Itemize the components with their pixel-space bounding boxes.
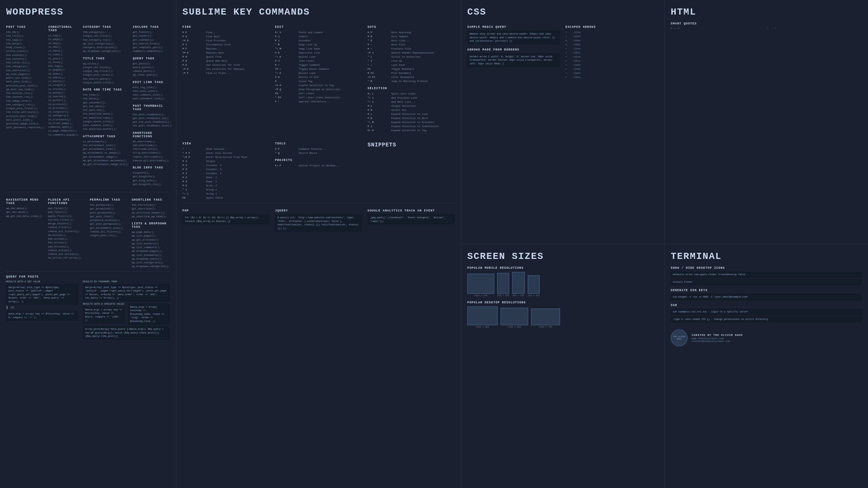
edit-link-tags-list: edit_tag_link();edit_post_link();edit_co… — [133, 86, 173, 101]
kbd-row: ⌃ 1Group 1 — [182, 188, 270, 192]
kbd-keys: ⌘ / — [275, 63, 299, 67]
kbd-row: ⌃ QRecord Macro — [275, 151, 362, 155]
arrow-unicode: \25b6 — [573, 71, 581, 75]
list-item: wp_post_nav_link(); — [6, 88, 44, 92]
goto-section: GOTO ⌘ PGoto Anything⌘ RGoto Symbol⌃ GGo… — [368, 25, 455, 83]
php-code: for ($i = 0; $i <= 10; $i++) {} $my_arra… — [182, 214, 270, 225]
lists-dropdown-section: LISTS & DROPDOWN TAGS wp_page_menu();wp_… — [132, 222, 170, 269]
css-title: CSS — [467, 7, 658, 17]
kbd-label: Unindent — [299, 39, 311, 43]
wordpress-panel: WORDPRESS POST TAGS the_ID();the_title()… — [0, 0, 176, 488]
shortcode-heading: SHORTCODE FUNCTIONS — [133, 131, 173, 138]
screen-visual-1024 — [467, 273, 494, 294]
kbd-row: ⇧⌘ EUse Selection for Replace — [182, 67, 270, 71]
goto-col: GOTO ⌘ PGoto Anything⌘ RGoto Symbol⌃ GGo… — [368, 22, 455, 135]
kbd-keys: ⌃⇧⌘ F — [182, 155, 206, 159]
list-item: wp_title(); — [83, 62, 129, 66]
kbd-keys: ⌘ L — [368, 112, 391, 116]
list-item: remove_filter(); — [48, 226, 85, 229]
kbd-keys: ⌘⇧ L — [368, 92, 391, 96]
kbd-keys: ⌃ G — [368, 39, 391, 43]
list-item: the_ID(); — [6, 30, 44, 34]
blog-info-section: BLOG INFO TAGS bloginfo();get_bloginfo()… — [133, 166, 173, 186]
list-item: is_date(); — [48, 49, 79, 53]
kbd-label: Indent — [299, 35, 308, 39]
kbd-row: ⌘ DExpand Selection to Word — [368, 116, 455, 120]
list-item: rewind_posts(); — [133, 69, 173, 73]
mobile-res-heading: POPULAR MOBILE RESOLUTIONS — [467, 266, 658, 270]
kbd-label: Columns: 4 — [206, 171, 221, 176]
kbd-label: Spell Check — [206, 196, 223, 200]
query-tags-section: QUERY TAGS get_posts();query_posts();rew… — [133, 57, 173, 77]
kbd-keys: ⌘ F — [182, 47, 206, 51]
kbd-keys: ⌃ Q — [275, 151, 299, 155]
php-snippet: PHP for ($i = 0; $i <= 10; $i++) {} $my_… — [182, 206, 270, 232]
kbd-keys: F5 — [275, 92, 299, 96]
list-item: get_footer(); — [133, 30, 173, 34]
screen-1366: 1366 x 768 — [531, 308, 560, 328]
kbd-keys: ⌘ 1 — [182, 159, 206, 163]
screen-label-320-480: 320 x 480 — [528, 294, 540, 297]
list-item: previous_image_link(); — [6, 122, 44, 126]
kbd-label: Goto Symbol — [391, 35, 408, 39]
list-item: the_content(); — [6, 57, 44, 61]
title-tags-heading: TITLE TAGS — [83, 57, 129, 60]
arrow-item: ‹\2329 — [566, 35, 658, 39]
kbd-keys: ⌃ M — [275, 43, 299, 47]
thumbnail-tags-section: POST THUMBNAIL TAGS has_post_thumbnail()… — [133, 104, 173, 128]
elixir-info: CURATED BY THE ELIXIR HAUS www.theelixir… — [692, 333, 743, 343]
kbd-keys: ⌘ D — [368, 116, 391, 120]
code-basic: $args=array( post_type => $posttype, pos… — [6, 284, 79, 305]
goto-heading: GOTO — [368, 25, 455, 29]
list-item: remove_all_actions(); — [48, 252, 85, 256]
screen-label-360-640: 360 x 640 — [512, 294, 525, 297]
attachment-tags-section: ATTACHMENT TAGS is_attachment();the_atta… — [83, 135, 129, 167]
arrow-code: » — [566, 39, 570, 43]
kbd-keys: ⌘ 3 — [182, 180, 206, 184]
kbd-keys: ⌘ 4 — [182, 171, 206, 176]
list-item: do_shortcode(); — [133, 140, 173, 144]
list-item: has_post_thumbnail(); — [133, 113, 173, 117]
list-item: add_action(); — [48, 237, 85, 241]
kbd-label: Switch Header/Implementation — [391, 51, 434, 55]
kbd-keys: ⌃ 1 — [182, 188, 206, 192]
query-tags-list: get_posts();query_posts();rewind_posts()… — [133, 62, 173, 77]
kbd-keys: ⌘ E — [182, 63, 206, 67]
list-item: edit_bookmark_link(); — [133, 97, 173, 101]
list-item: wp_shortlink_wp_head(); — [132, 215, 170, 219]
arrow-code: › — [566, 47, 570, 51]
list-item: has_tag(); — [48, 64, 79, 68]
list-item: get_attachment_link(); — [90, 226, 128, 230]
arrow-item: →\25c0 — [566, 55, 658, 59]
screen-320-568: 320 x 568 — [497, 273, 509, 297]
show-hide-heading: SHOW / HIDE DESKTOP ICONS — [671, 266, 862, 270]
snippets-title: SNIPPETS — [368, 142, 455, 148]
results-set-label: RESULTS WITH A SET VALUE — [6, 280, 79, 283]
kbd-keys: ⌃⇧ 1 — [182, 192, 206, 196]
list-item: the_category_rss(); — [83, 38, 129, 42]
screen-label-1024: 1024 x 768 — [467, 294, 494, 297]
list-item: single_month_title(); — [83, 120, 129, 124]
lists-heading: LISTS & DROPDOWN TAGS — [132, 222, 170, 229]
kbd-row: ⌘ JUnindent — [275, 39, 362, 43]
arrow-code: ← — [566, 59, 570, 63]
query-right: RESULTS BY TAXONOMY TERM $args=array( po… — [83, 280, 170, 340]
nav-menu-list: wp_nav_menu();get_nav_menu();wp_get_nav_… — [6, 207, 44, 218]
kbd-keys: ⌘⇧ P — [275, 164, 299, 168]
arrow-unicode: \203c — [573, 51, 581, 55]
list-item: remove_all_shortcodes(); — [133, 159, 173, 163]
ga-snippet: GOOGLE ANALYTICS TRACK AN EVENT _gaq.pus… — [368, 206, 455, 232]
include-tags-list: get_footer();get_header();get_sidebar();… — [133, 30, 173, 54]
post-tags-heading: POST TAGS — [6, 25, 44, 29]
list-item: wp_list_comments(); — [132, 246, 170, 249]
sublime-title: SUBLIME KEY COMMANDS — [182, 7, 455, 17]
kbd-row: ⌘⇧ LSplit into Lines — [368, 92, 455, 96]
kbd-row: F2Toggle Bookmark — [368, 67, 455, 71]
kbd-label: Incremental Find — [206, 43, 231, 47]
kbd-row: ⌘ RGoto Symbol — [368, 35, 455, 39]
edit-link-tags-section: EDIT LINK TAGS edit_tag_link();edit_post… — [133, 81, 173, 101]
kbd-row: ⌘ /Toggle Comment — [275, 63, 362, 67]
kbd-row: ⌃ `Show Console — [182, 147, 270, 151]
list-item: is_home(); — [48, 72, 79, 76]
category-tags-heading: CATEGORY TAGS — [83, 25, 129, 29]
